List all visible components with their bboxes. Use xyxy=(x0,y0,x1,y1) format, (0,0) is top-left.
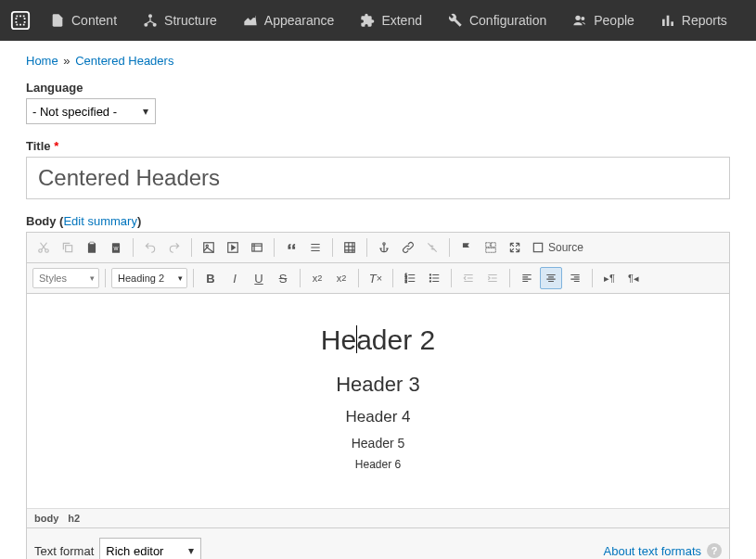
cut-icon[interactable] xyxy=(32,236,55,259)
breadcrumb-home[interactable]: Home xyxy=(26,54,58,68)
nav-extend[interactable]: Extend xyxy=(347,0,435,41)
subscript-icon[interactable]: x2 xyxy=(306,267,328,289)
svg-point-2 xyxy=(148,14,152,18)
undo-icon[interactable] xyxy=(139,236,161,259)
svg-rect-15 xyxy=(90,242,95,244)
nav-label: Extend xyxy=(381,13,422,28)
align-center-icon[interactable] xyxy=(540,267,562,289)
ltr-icon[interactable]: ▸¶ xyxy=(598,267,621,289)
media-icon[interactable] xyxy=(246,236,268,259)
nav-label: People xyxy=(594,13,634,28)
title-input[interactable] xyxy=(26,157,730,199)
styles-select[interactable]: Styles xyxy=(32,268,99,288)
breadcrumb: Home » Centered Headers xyxy=(26,54,730,68)
nav-label: Reports xyxy=(682,13,727,28)
unlink-icon[interactable] xyxy=(421,236,443,259)
svg-point-19 xyxy=(206,245,208,247)
required-marker: * xyxy=(54,139,58,153)
svg-text:W: W xyxy=(114,246,119,251)
nav-configuration[interactable]: Configuration xyxy=(435,0,559,41)
home-icon[interactable] xyxy=(4,4,37,37)
path-h2[interactable]: h2 xyxy=(68,513,80,524)
about-text-formats-link[interactable]: About text formats xyxy=(604,544,702,558)
heading-3[interactable]: Header 3 xyxy=(45,373,711,397)
editor-toolbar-1: W xyxy=(27,233,729,263)
svg-point-6 xyxy=(576,16,581,20)
heading-2[interactable]: Header 2 xyxy=(321,322,435,356)
svg-rect-1 xyxy=(16,16,24,24)
format-select[interactable]: Heading 2 xyxy=(111,268,187,288)
svg-point-31 xyxy=(429,273,431,275)
heading-4[interactable]: Header 4 xyxy=(45,408,711,426)
breadcrumb-current[interactable]: Centered Headers xyxy=(75,54,173,68)
underline-icon[interactable]: U xyxy=(248,267,270,289)
svg-rect-14 xyxy=(88,243,96,253)
help-icon[interactable]: ? xyxy=(707,543,722,558)
paste-icon[interactable] xyxy=(81,236,103,259)
admin-toolbar: Content Structure Appearance Extend Conf… xyxy=(0,0,756,41)
hr-icon[interactable] xyxy=(304,236,327,259)
link-icon[interactable] xyxy=(397,236,419,259)
align-left-icon[interactable] xyxy=(516,267,538,289)
editor-toolbar-2: Styles Heading 2 B I U S x2 x2 T× 123 xyxy=(27,263,729,294)
edit-summary-link[interactable]: Edit summary xyxy=(63,214,136,228)
blockquote-icon[interactable] xyxy=(280,236,302,259)
image-icon[interactable] xyxy=(198,236,220,259)
showblocks-icon[interactable] xyxy=(480,236,502,259)
text-format-row: Text format Rich editor About text forma… xyxy=(27,527,729,559)
heading-6[interactable]: Header 6 xyxy=(45,458,711,471)
breadcrumb-sep: » xyxy=(63,54,70,68)
table-icon[interactable] xyxy=(339,236,361,259)
maximize-icon[interactable] xyxy=(504,236,526,259)
rtl-icon[interactable]: ¶◂ xyxy=(622,267,645,289)
nav-structure[interactable]: Structure xyxy=(130,0,230,41)
text-format-label: Text format xyxy=(34,544,94,558)
svg-rect-25 xyxy=(492,243,496,248)
align-right-icon[interactable] xyxy=(564,267,586,289)
svg-rect-27 xyxy=(533,243,542,251)
superscript-icon[interactable]: x2 xyxy=(330,267,352,289)
numbered-list-icon[interactable]: 123 xyxy=(399,267,421,289)
language-field: Language - Not specified - xyxy=(26,81,730,124)
language-select[interactable]: - Not specified - xyxy=(26,98,156,124)
svg-rect-24 xyxy=(486,243,491,248)
text-format-select[interactable]: Rich editor xyxy=(99,538,201,559)
bullet-list-icon[interactable] xyxy=(423,267,445,289)
svg-rect-0 xyxy=(12,12,29,29)
svg-rect-21 xyxy=(252,244,263,251)
remove-format-icon[interactable]: T× xyxy=(365,267,387,289)
indent-icon[interactable] xyxy=(481,267,504,289)
strike-icon[interactable]: S xyxy=(272,267,294,289)
nav-label: Configuration xyxy=(469,13,546,28)
body-label: Body (Edit summary) xyxy=(26,214,730,228)
svg-text:3: 3 xyxy=(405,280,407,284)
video-icon[interactable] xyxy=(222,236,244,259)
nav-people[interactable]: People xyxy=(559,0,647,41)
bold-icon[interactable]: B xyxy=(199,267,222,289)
heading-5[interactable]: Header 5 xyxy=(45,436,711,451)
italic-icon[interactable]: I xyxy=(224,267,246,289)
svg-point-23 xyxy=(383,243,385,245)
title-label: Title * xyxy=(26,139,730,153)
editor-content-area[interactable]: Header 2 Header 3 Header 4 Header 5 Head… xyxy=(27,294,729,508)
source-button[interactable]: Source xyxy=(528,241,587,254)
path-body[interactable]: body xyxy=(34,513,58,524)
copy-icon[interactable] xyxy=(57,236,79,259)
nav-reports[interactable]: Reports xyxy=(647,0,740,41)
outdent-icon[interactable] xyxy=(457,267,480,289)
nav-content[interactable]: Content xyxy=(37,0,130,41)
flag-icon[interactable] xyxy=(455,236,478,259)
anchor-icon[interactable] xyxy=(373,236,395,259)
svg-rect-10 xyxy=(671,21,673,26)
nav-label: Content xyxy=(71,13,117,28)
svg-rect-9 xyxy=(667,16,670,26)
editor-element-path: body h2 xyxy=(27,508,729,527)
nav-appearance[interactable]: Appearance xyxy=(230,0,348,41)
nav-label: Appearance xyxy=(264,13,335,28)
paste-word-icon[interactable]: W xyxy=(105,236,127,259)
svg-point-7 xyxy=(582,17,585,20)
title-field: Title * xyxy=(26,139,730,199)
rich-editor: W xyxy=(26,232,730,559)
svg-point-5 xyxy=(253,16,256,19)
redo-icon[interactable] xyxy=(163,236,186,259)
